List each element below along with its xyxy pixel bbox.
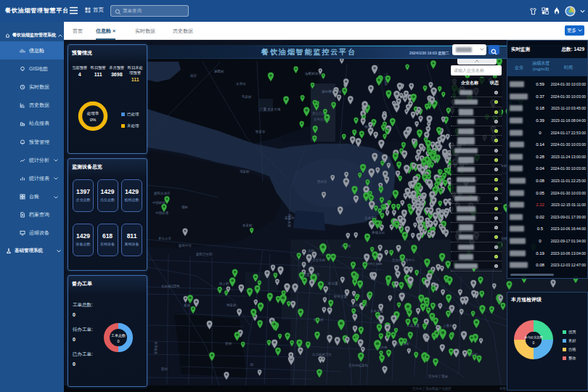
svg-text:西九大道: 西九大道 (287, 214, 292, 228)
svg-text:毛家村: 毛家村 (241, 94, 252, 99)
svg-text:西: 西 (250, 363, 254, 367)
svg-text:姚家村: 姚家村 (226, 303, 237, 308)
svg-text:新阳大酒店: 新阳大酒店 (154, 192, 171, 195)
svg-text:多久小学: 多久小学 (158, 237, 172, 240)
svg-text:新阳卫生院: 新阳卫生院 (196, 252, 213, 256)
svg-text:久元饭村卫生: 久元饭村卫生 (312, 352, 332, 357)
svg-text:0: 0 (117, 339, 119, 343)
svg-text:新司中学: 新司中学 (179, 244, 192, 248)
svg-text:宜兴市丁蜀镇: 宜兴市丁蜀镇 (428, 375, 449, 378)
svg-text:紫金: 紫金 (184, 303, 191, 307)
svg-text:处理率: 处理率 (87, 111, 99, 116)
svg-text:西州亭: 西州亭 (317, 179, 327, 184)
svg-text:铁家舍: 铁家舍 (255, 129, 266, 134)
svg-text:参与企业总数: 参与企业总数 (524, 335, 543, 339)
svg-text:香颂天站: 香颂天站 (372, 230, 385, 234)
svg-text:钢叙: 钢叙 (181, 205, 189, 209)
svg-text:工单总数: 工单总数 (111, 333, 126, 338)
svg-text:水凌沟: 水凌沟 (236, 82, 246, 86)
svg-text:0%: 0% (90, 118, 97, 122)
svg-text:发饼: 发饼 (225, 341, 232, 346)
svg-text:延科: 延科 (161, 367, 168, 371)
svg-text:关浑南道: 关浑南道 (154, 341, 158, 355)
svg-text:文昌北路: 文昌北路 (312, 258, 326, 262)
svg-text:0: 0 (533, 340, 535, 345)
svg-text:中国联通: 中国联通 (155, 211, 169, 215)
svg-text:首农楼135号: 首农楼135号 (161, 284, 180, 288)
